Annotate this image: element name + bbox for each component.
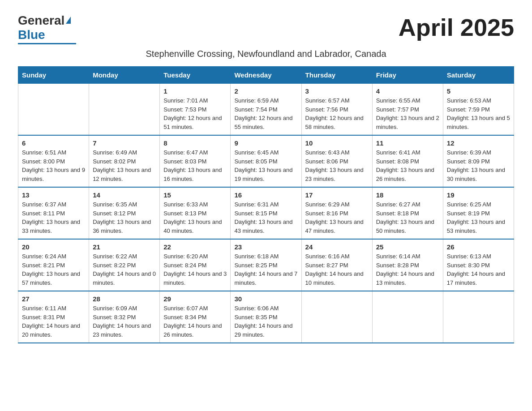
calendar-cell: 2Sunrise: 6:59 AMSunset: 7:54 PMDaylight… [231,84,301,136]
day-number: 3 [305,87,369,95]
header-col-sunday: Sunday [18,67,89,84]
logo-general-text: General [18,13,64,28]
day-info: Sunrise: 6:13 AMSunset: 8:30 PMDaylight:… [447,252,510,287]
calendar-cell: 1Sunrise: 7:01 AMSunset: 7:53 PMDaylight… [160,84,231,136]
day-info: Sunrise: 6:22 AMSunset: 8:22 PMDaylight:… [93,252,156,287]
calendar-week-row: 13Sunrise: 6:37 AMSunset: 8:11 PMDayligh… [18,187,514,239]
day-number: 8 [163,139,227,147]
calendar-cell: 29Sunrise: 6:07 AMSunset: 8:34 PMDayligh… [160,291,231,343]
calendar-cell: 7Sunrise: 6:49 AMSunset: 8:02 PMDaylight… [89,135,160,187]
calendar-cell: 21Sunrise: 6:22 AMSunset: 8:22 PMDayligh… [89,239,160,291]
calendar-cell: 22Sunrise: 6:20 AMSunset: 8:24 PMDayligh… [160,239,231,291]
calendar-cell: 9Sunrise: 6:45 AMSunset: 8:05 PMDaylight… [231,135,301,187]
day-info: Sunrise: 6:07 AMSunset: 8:34 PMDaylight:… [163,304,227,339]
day-info: Sunrise: 6:27 AMSunset: 8:18 PMDaylight:… [376,200,439,235]
day-number: 13 [22,191,85,199]
page-subtitle: Stephenville Crossing, Newfoundland and … [18,49,514,59]
logo-blue-text: Blue [18,28,45,42]
calendar-week-row: 1Sunrise: 7:01 AMSunset: 7:53 PMDaylight… [18,84,514,136]
calendar-week-row: 27Sunrise: 6:11 AMSunset: 8:31 PMDayligh… [18,291,514,343]
day-number: 12 [447,139,510,147]
day-info: Sunrise: 6:06 AMSunset: 8:35 PMDaylight:… [234,304,297,339]
day-info: Sunrise: 6:29 AMSunset: 8:16 PMDaylight:… [305,200,369,235]
calendar-cell: 18Sunrise: 6:27 AMSunset: 8:18 PMDayligh… [372,187,443,239]
day-info: Sunrise: 6:37 AMSunset: 8:11 PMDaylight:… [22,200,85,235]
day-number: 4 [376,87,439,95]
calendar-cell [372,291,443,343]
calendar-cell: 28Sunrise: 6:09 AMSunset: 8:32 PMDayligh… [89,291,160,343]
day-number: 10 [305,139,369,147]
day-number: 23 [234,243,297,251]
page-header: General Blue April 2025 [18,13,514,44]
calendar-cell: 4Sunrise: 6:55 AMSunset: 7:57 PMDaylight… [372,84,443,136]
day-info: Sunrise: 6:41 AMSunset: 8:08 PMDaylight:… [376,148,439,183]
day-info: Sunrise: 6:51 AMSunset: 8:00 PMDaylight:… [22,148,85,183]
page-title: April 2025 [399,13,514,41]
day-number: 26 [447,243,510,251]
calendar-week-row: 6Sunrise: 6:51 AMSunset: 8:00 PMDaylight… [18,135,514,187]
day-number: 11 [376,139,439,147]
day-info: Sunrise: 6:57 AMSunset: 7:56 PMDaylight:… [305,96,369,131]
day-number: 2 [234,87,297,95]
header-col-saturday: Saturday [443,67,514,84]
calendar-cell: 25Sunrise: 6:14 AMSunset: 8:28 PMDayligh… [372,239,443,291]
day-number: 27 [22,295,85,303]
day-number: 16 [234,191,297,199]
logo-triangle-icon [66,17,71,24]
day-info: Sunrise: 6:14 AMSunset: 8:28 PMDaylight:… [376,252,439,287]
calendar-cell: 19Sunrise: 6:25 AMSunset: 8:19 PMDayligh… [443,187,514,239]
day-info: Sunrise: 6:11 AMSunset: 8:31 PMDaylight:… [22,304,85,339]
day-info: Sunrise: 6:43 AMSunset: 8:06 PMDaylight:… [305,148,369,183]
header-col-monday: Monday [89,67,160,84]
header-col-wednesday: Wednesday [231,67,301,84]
day-info: Sunrise: 6:31 AMSunset: 8:15 PMDaylight:… [234,200,297,235]
day-number: 9 [234,139,297,147]
calendar-cell: 5Sunrise: 6:53 AMSunset: 7:59 PMDaylight… [443,84,514,136]
calendar-cell: 23Sunrise: 6:18 AMSunset: 8:25 PMDayligh… [231,239,301,291]
day-number: 7 [93,139,156,147]
day-number: 6 [22,139,85,147]
calendar-cell: 3Sunrise: 6:57 AMSunset: 7:56 PMDaylight… [301,84,372,136]
day-number: 15 [163,191,227,199]
header-col-friday: Friday [372,67,443,84]
calendar-cell: 30Sunrise: 6:06 AMSunset: 8:35 PMDayligh… [231,291,301,343]
calendar-table: SundayMondayTuesdayWednesdayThursdayFrid… [18,66,514,343]
header-col-tuesday: Tuesday [160,67,231,84]
day-number: 5 [447,87,510,95]
day-info: Sunrise: 6:25 AMSunset: 8:19 PMDaylight:… [447,200,510,235]
calendar-cell: 11Sunrise: 6:41 AMSunset: 8:08 PMDayligh… [372,135,443,187]
calendar-cell: 20Sunrise: 6:24 AMSunset: 8:21 PMDayligh… [18,239,89,291]
day-info: Sunrise: 6:20 AMSunset: 8:24 PMDaylight:… [163,252,227,287]
day-number: 24 [305,243,369,251]
day-info: Sunrise: 6:09 AMSunset: 8:32 PMDaylight:… [93,304,156,339]
day-info: Sunrise: 7:01 AMSunset: 7:53 PMDaylight:… [163,96,227,131]
calendar-cell [89,84,160,136]
day-info: Sunrise: 6:33 AMSunset: 8:13 PMDaylight:… [163,200,227,235]
day-number: 14 [93,191,156,199]
day-number: 28 [93,295,156,303]
day-number: 22 [163,243,227,251]
day-number: 25 [376,243,439,251]
calendar-cell: 16Sunrise: 6:31 AMSunset: 8:15 PMDayligh… [231,187,301,239]
calendar-cell: 14Sunrise: 6:35 AMSunset: 8:12 PMDayligh… [89,187,160,239]
day-number: 20 [22,243,85,251]
day-info: Sunrise: 6:45 AMSunset: 8:05 PMDaylight:… [234,148,297,183]
day-number: 17 [305,191,369,199]
calendar-cell: 15Sunrise: 6:33 AMSunset: 8:13 PMDayligh… [160,187,231,239]
day-info: Sunrise: 6:53 AMSunset: 7:59 PMDaylight:… [447,96,510,131]
day-info: Sunrise: 6:49 AMSunset: 8:02 PMDaylight:… [93,148,156,183]
day-info: Sunrise: 6:35 AMSunset: 8:12 PMDaylight:… [93,200,156,235]
day-number: 19 [447,191,510,199]
day-info: Sunrise: 6:24 AMSunset: 8:21 PMDaylight:… [22,252,85,287]
calendar-week-row: 20Sunrise: 6:24 AMSunset: 8:21 PMDayligh… [18,239,514,291]
calendar-cell: 10Sunrise: 6:43 AMSunset: 8:06 PMDayligh… [301,135,372,187]
day-info: Sunrise: 6:55 AMSunset: 7:57 PMDaylight:… [376,96,439,131]
day-info: Sunrise: 6:47 AMSunset: 8:03 PMDaylight:… [163,148,227,183]
day-info: Sunrise: 6:16 AMSunset: 8:27 PMDaylight:… [305,252,369,287]
calendar-cell: 26Sunrise: 6:13 AMSunset: 8:30 PMDayligh… [443,239,514,291]
calendar-cell: 13Sunrise: 6:37 AMSunset: 8:11 PMDayligh… [18,187,89,239]
day-info: Sunrise: 6:39 AMSunset: 8:09 PMDaylight:… [447,148,510,183]
calendar-cell: 27Sunrise: 6:11 AMSunset: 8:31 PMDayligh… [18,291,89,343]
day-number: 21 [93,243,156,251]
logo-underline [18,43,76,44]
